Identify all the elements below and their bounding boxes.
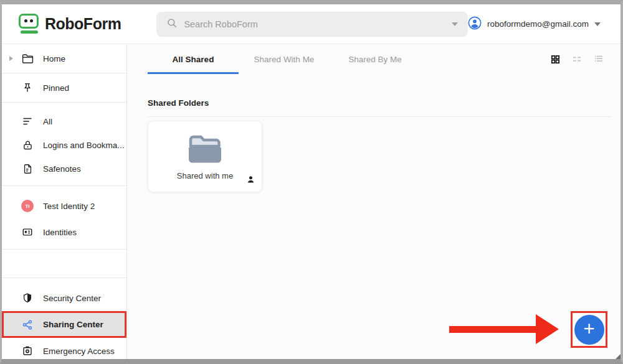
list-lines-icon [21,115,34,128]
sidebar-item-safenotes[interactable]: Safenotes [2,157,126,180]
tab-all-shared[interactable]: All Shared [148,44,239,74]
sidebar-item-label: Identities [43,228,77,237]
window-resize-handle[interactable] [616,354,621,359]
sidebar-item-label: Security Center [43,294,101,303]
sidebar-item-label: Safenotes [43,164,81,174]
sidebar-item-home[interactable]: Home [2,44,126,73]
annotation-highlight-box: + [571,311,607,348]
shield-icon [21,292,34,304]
main-content: All Shared Shared With Me Shared By Me [127,44,621,359]
sidebar-item-label: All [43,117,52,126]
note-icon [21,162,34,175]
arrow-tail [449,326,536,333]
annotation-arrow [449,314,559,344]
active-tab-underline [148,72,239,74]
sidebar-item-sharing-center[interactable]: Sharing Center [2,311,126,338]
identity-avatar: TI [21,200,34,212]
top-header: RoboForm Search RoboForm roboformdemo@gm… [2,4,621,44]
shared-folder-icon [187,134,223,167]
sidebar-item-label: Emergency Access [43,347,115,356]
sidebar-item-identities[interactable]: Identities [2,219,126,245]
account-dropdown-caret-icon [594,22,601,26]
share-icon [21,319,34,331]
tab-bar: All Shared Shared With Me Shared By Me [127,44,621,74]
section-title: Shared Folders [148,98,209,108]
tab-label: All Shared [173,55,214,64]
grid-view-icon[interactable] [549,54,561,65]
sidebar-item-security-center[interactable]: Security Center [2,285,126,311]
tab-label: Shared By Me [348,55,402,64]
account-menu[interactable]: roboformdemo@gmail.com [468,16,601,32]
account-avatar-icon [468,16,482,32]
list-view-icon[interactable] [593,54,604,65]
tab-shared-with-me[interactable]: Shared With Me [239,44,330,74]
lock-icon [21,139,34,151]
roboform-robot-icon [19,14,40,35]
pin-icon [21,82,34,94]
chevron-right-icon[interactable] [9,56,13,61]
sidebar-item-label: Test Identity 2 [43,202,95,211]
sidebar-item-label: Sharing Center [43,320,103,329]
shared-folder-card[interactable]: Shared with me [148,121,262,192]
section-header: Shared Folders [148,97,611,117]
avatar-initials: TI [21,200,34,212]
arrow-head [536,314,559,344]
tab-label: Shared With Me [254,55,315,64]
sidebar-spacer [2,250,126,278]
search-icon [166,17,178,31]
view-toggles [549,44,621,74]
search-dropdown-caret-icon[interactable] [452,22,458,26]
sidebar-item-pinned[interactable]: Pinned [2,73,126,103]
tab-shared-by-me[interactable]: Shared By Me [330,44,421,74]
search-placeholder: Search RoboForm [184,19,257,29]
sidebar-item-label: Pinned [43,83,69,93]
sidebar-item-label: Home [43,54,65,63]
id-card-icon [21,226,34,238]
sidebar-item-emergency-access[interactable]: Emergency Access [2,338,126,364]
folder-icon [21,52,34,65]
compact-list-view-icon[interactable] [571,54,583,65]
sidebar: Home Pinned All [2,44,127,359]
sidebar-item-label: Logins and Bookma... [43,141,125,150]
sidebar-item-logins-bookmarks[interactable]: Logins and Bookma... [2,133,126,157]
sidebar-item-test-identity-2[interactable]: TI Test Identity 2 [2,193,126,219]
sidebar-item-all[interactable]: All [2,110,126,133]
add-button[interactable]: + [574,315,604,345]
roboform-logo[interactable]: RoboForm [19,14,121,35]
person-icon [246,175,255,187]
account-email: roboformdemo@gmail.com [487,19,589,29]
emergency-kit-icon [21,345,34,357]
app-window: RoboForm Search RoboForm roboformdemo@gm… [0,0,623,364]
logo-text: RoboForm [45,15,121,33]
search-input[interactable]: Search RoboForm [156,12,468,37]
card-label: Shared with me [177,171,233,180]
plus-icon: + [583,319,594,338]
